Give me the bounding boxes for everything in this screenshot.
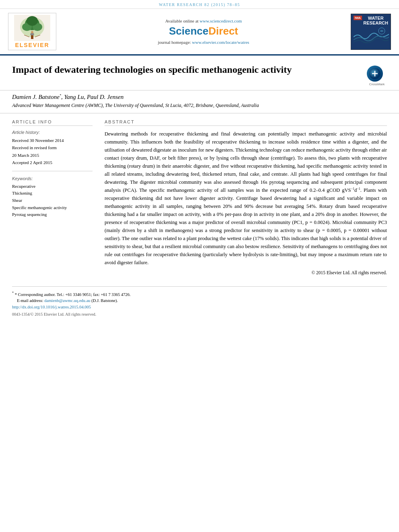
article-title: Impact of dewatering technologies on spe… xyxy=(12,64,292,76)
sciencedirect-brand: ScienceDirect xyxy=(64,25,343,37)
keywords-list: Recuperative Thickening Shear Specific m… xyxy=(12,183,93,218)
header-section: ELSEVIER Available online at www.science… xyxy=(0,9,399,55)
article-history-label: Article history: xyxy=(12,130,93,135)
article-title-section: Impact of dewatering technologies on spe… xyxy=(0,55,399,90)
doi-line: http://dx.doi.org/10.1016/j.watres.2015.… xyxy=(12,304,387,310)
elsevier-brand-text: ELSEVIER xyxy=(10,42,54,48)
journal-info-bar: WATER RESEARCH 82 (2015) 78–85 xyxy=(0,0,399,9)
water-research-logo: IWA WATERRESEARCH xyxy=(351,14,391,50)
available-url-link[interactable]: www.sciencedirect.com xyxy=(200,18,242,23)
svg-point-8 xyxy=(31,31,33,33)
copyright-line: © 2015 Elsevier Ltd. All rights reserved… xyxy=(105,269,387,276)
abstract-body: Dewatering methods for recuperative thic… xyxy=(105,130,387,276)
email-note: E-mail address: damienb@awmc.uq.edu.au (… xyxy=(12,298,387,304)
svg-point-6 xyxy=(27,16,38,26)
author-names: Damien J. Batstone*, Yang Lu, Paul D. Je… xyxy=(12,94,123,100)
journal-url-link[interactable]: www.elsevier.com/locate/watres xyxy=(192,40,249,45)
keywords-label: Keywords: xyxy=(12,176,93,181)
keyword-4: Specific methanogenic activity xyxy=(12,204,93,212)
svg-rect-11 xyxy=(354,27,389,45)
keyword-5: Pyrotag sequencing xyxy=(12,211,93,218)
keyword-3: Shear xyxy=(12,197,93,204)
crossmark-logo: CrossMark xyxy=(367,66,387,86)
crossmark-label: CrossMark xyxy=(367,82,387,86)
keyword-1: Recuperative xyxy=(12,183,93,190)
corresponding-author-note: * * Corresponding author. Tel.: +61 3346… xyxy=(12,291,387,298)
elsevier-logo: ELSEVIER xyxy=(8,13,56,50)
abstract-header: ABSTRACT xyxy=(105,119,387,126)
affiliation-line: Advanced Water Management Centre (AWMC),… xyxy=(12,102,387,109)
journal-info-text: WATER RESEARCH 82 (2015) 78–85 xyxy=(159,2,240,7)
accepted-date: Accepted 2 April 2015 xyxy=(12,159,93,166)
issn-line: 0043-1354/© 2015 Elsevier Ltd. All right… xyxy=(12,312,387,316)
right-column: ABSTRACT Dewatering methods for recupera… xyxy=(105,119,387,276)
iwa-badge: IWA xyxy=(354,16,362,20)
footnotes-section: * * Corresponding author. Tel.: +61 3346… xyxy=(12,286,387,316)
available-online-text: Available online at www.sciencedirect.co… xyxy=(64,18,343,23)
wr-wave-graphic xyxy=(354,27,388,47)
article-info-header: ARTICLE INFO xyxy=(12,119,93,126)
received-revised-label: Received in revised form xyxy=(12,144,93,151)
header-center: Available online at www.sciencedirect.co… xyxy=(56,18,351,45)
email-link[interactable]: damienb@awmc.uq.edu.au xyxy=(44,298,90,303)
wr-journal-title: WATERRESEARCH xyxy=(363,16,388,25)
journal-homepage-text: journal homepage: www.elsevier.com/locat… xyxy=(64,40,343,45)
crossmark-icon xyxy=(367,66,383,82)
received-date-1: Received 30 November 2014 xyxy=(12,137,93,144)
two-column-layout: ARTICLE INFO Article history: Received 3… xyxy=(0,113,399,282)
info-divider xyxy=(12,171,93,171)
keyword-2: Thickening xyxy=(12,190,93,197)
received-revised-date: 20 March 2015 xyxy=(12,152,93,159)
authors-section: Damien J. Batstone*, Yang Lu, Paul D. Je… xyxy=(0,90,399,113)
authors-line: Damien J. Batstone*, Yang Lu, Paul D. Je… xyxy=(12,94,387,101)
elsevier-tree-icon xyxy=(14,15,50,41)
left-column: ARTICLE INFO Article history: Received 3… xyxy=(12,119,93,276)
doi-link[interactable]: http://dx.doi.org/10.1016/j.watres.2015.… xyxy=(12,305,91,309)
